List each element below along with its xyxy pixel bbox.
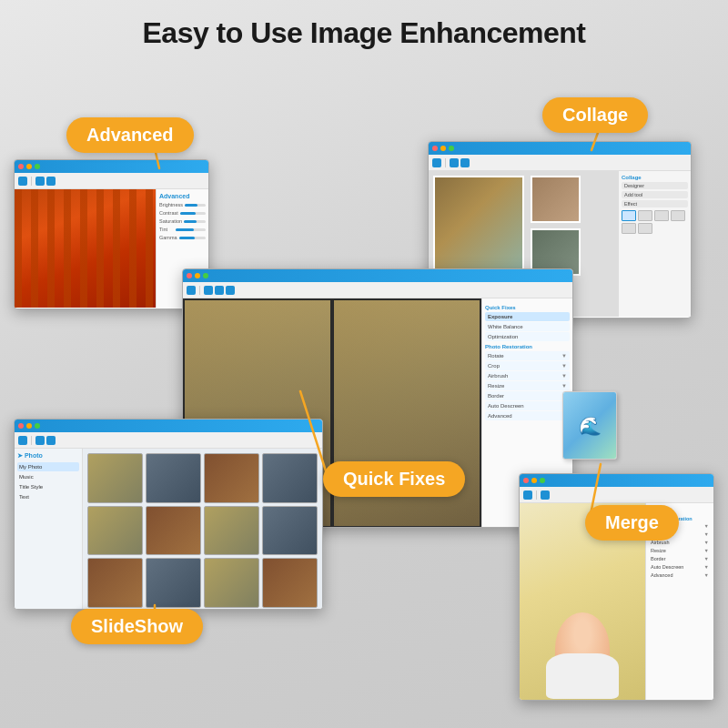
max-btn-m[interactable] <box>540 478 545 483</box>
max-btn-s[interactable] <box>35 423 40 429</box>
min-btn-m[interactable] <box>531 478 537 483</box>
effect-item[interactable]: Effect <box>622 200 688 207</box>
advanced-item[interactable]: Advanced ▼ <box>485 411 570 420</box>
quickfixes-label: Quick Fixes <box>323 461 465 497</box>
grid-opt-3[interactable] <box>654 210 669 221</box>
saturation-row: Saturation <box>159 218 206 224</box>
baby-body <box>546 653 619 699</box>
gamma-row: Gamma <box>159 235 206 240</box>
card-sticker: 🌊 <box>562 391 617 460</box>
min-btn-s[interactable] <box>26 423 32 429</box>
card-inner: 🌊 <box>563 392 616 459</box>
grid-opt-5[interactable] <box>622 223 636 234</box>
brightness-row: Brightness <box>159 202 206 207</box>
ss-title-style[interactable]: Title Style <box>17 482 79 491</box>
addtool-item[interactable]: Add tool <box>622 191 688 198</box>
ss-music[interactable]: Music <box>17 472 79 481</box>
ss-thumb-5[interactable] <box>87 506 143 556</box>
advanced-label: Advanced <box>66 117 194 153</box>
slideshow-sidebar: ➤ Photo My Photo Music Title Style Text <box>15 449 83 610</box>
toolbar-icon2 <box>35 177 45 186</box>
border-item[interactable]: Border ▼ <box>485 391 570 400</box>
ss-thumb-6[interactable] <box>146 506 201 556</box>
ss-text[interactable]: Text <box>17 492 79 501</box>
min-btn-c[interactable] <box>440 146 446 151</box>
close-btn-s[interactable] <box>18 423 24 429</box>
saturation-slider[interactable] <box>184 220 206 223</box>
slideshow-window: ➤ Photo My Photo Music Title Style Text <box>14 419 323 610</box>
contrast-label: Contrast <box>159 210 178 216</box>
ss-thumb-1[interactable] <box>87 453 143 503</box>
ss-thumb-7[interactable] <box>204 506 259 556</box>
grid-opt-1[interactable] <box>622 210 636 221</box>
ss-thumb-3[interactable] <box>204 453 259 503</box>
close-btn-q[interactable] <box>187 273 192 278</box>
crop-item[interactable]: Crop ▼ <box>485 361 570 370</box>
m-resize[interactable]: Resize ▼ <box>649 547 711 554</box>
qt3 <box>215 286 224 295</box>
m-advanced[interactable]: Advanced ▼ <box>649 571 711 579</box>
collage-toolbar <box>429 155 691 171</box>
sts1 <box>31 436 32 445</box>
designer-item[interactable]: Designer <box>622 182 688 189</box>
close-btn[interactable] <box>18 164 24 169</box>
t1 <box>432 158 441 167</box>
m-border[interactable]: Border ▼ <box>649 555 711 562</box>
tint-row: Tint <box>159 227 206 232</box>
ss-thumb-9[interactable] <box>87 558 143 608</box>
contrast-slider[interactable] <box>180 212 206 215</box>
close-btn-m[interactable] <box>523 478 529 483</box>
mt2 <box>541 490 550 500</box>
collage-photo-main <box>433 176 524 276</box>
page-title: Easy to Use Image Enhancement <box>0 0 728 59</box>
autodescreen-item[interactable]: Auto Descreen ▼ <box>485 401 570 410</box>
max-btn-c[interactable] <box>449 146 454 151</box>
mts1 <box>536 490 537 500</box>
saturation-label: Saturation <box>159 218 182 224</box>
ss-thumb-8[interactable] <box>262 506 318 556</box>
ss-myphoto[interactable]: My Photo <box>17 462 79 471</box>
qts1 <box>199 286 200 295</box>
ss-thumb-12[interactable] <box>262 558 318 608</box>
grid-opt-2[interactable] <box>638 210 652 221</box>
mt1 <box>523 490 532 500</box>
airbrush-item[interactable]: Airbrush ▼ <box>485 371 570 380</box>
max-btn[interactable] <box>35 164 40 169</box>
contrast-row: Contrast <box>159 210 206 216</box>
ss-thumb-10[interactable] <box>146 558 201 608</box>
collage-label: Collage <box>542 97 648 133</box>
rotate-item[interactable]: Rotate ▼ <box>485 351 570 360</box>
photo-restoration-label: Photo Restoration <box>485 344 570 349</box>
resize-item[interactable]: Resize ▼ <box>485 381 570 390</box>
m-autodescreen[interactable]: Auto Descreen ▼ <box>649 563 711 571</box>
max-btn-q[interactable] <box>203 273 208 278</box>
qt4 <box>226 286 235 295</box>
grid-opt-6[interactable] <box>638 223 652 234</box>
slideshow-title: ➤ Photo <box>17 452 79 460</box>
ss-thumb-2[interactable] <box>146 453 201 503</box>
quick-fixes-label: Quick Fixes <box>485 305 570 310</box>
grid-options <box>622 210 688 234</box>
quickfix-titlebar <box>183 269 572 282</box>
optimization-item[interactable]: Optimization <box>485 332 570 341</box>
gamma-slider[interactable] <box>179 237 206 239</box>
advanced-window: Advanced Brightness Contrast Saturation … <box>14 159 209 309</box>
close-btn-c[interactable] <box>432 146 438 151</box>
ss-thumb-4[interactable] <box>262 453 318 503</box>
exposure-item[interactable]: Exposure <box>485 312 570 321</box>
min-btn-q[interactable] <box>195 273 200 278</box>
toolbar-icon <box>18 177 27 186</box>
grid-opt-4[interactable] <box>671 210 685 221</box>
min-btn[interactable] <box>26 164 32 169</box>
whitebalance-item[interactable]: White Balance <box>485 322 570 331</box>
advanced-toolbar <box>15 173 208 189</box>
toolbar-sep <box>31 177 32 186</box>
tint-slider[interactable] <box>176 228 206 231</box>
collage-titlebar <box>429 142 691 155</box>
st3 <box>46 436 56 445</box>
gamma-label: Gamma <box>159 235 177 240</box>
collage-photo-sm1 <box>531 176 581 223</box>
brightness-slider[interactable] <box>185 204 206 207</box>
ss-thumb-11[interactable] <box>204 558 259 608</box>
toolbar-icon3 <box>46 177 56 186</box>
